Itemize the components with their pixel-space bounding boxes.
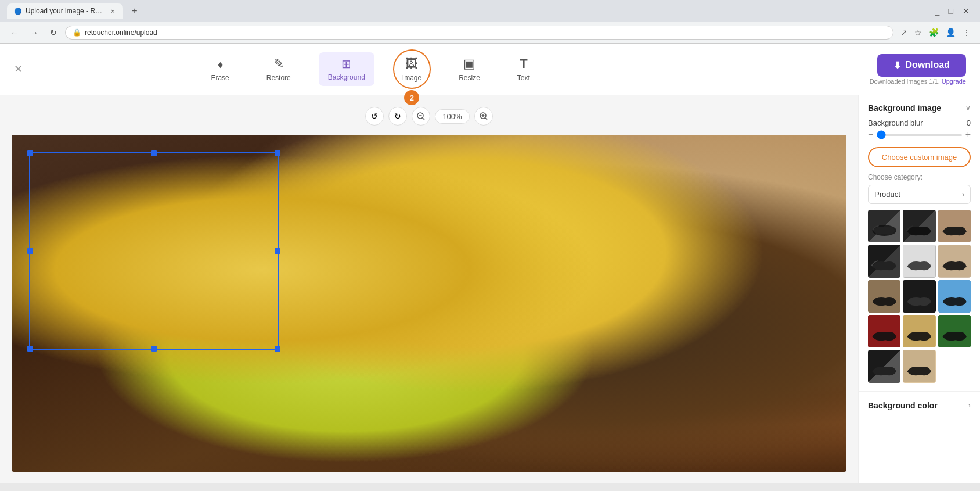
erase-label: Erase: [211, 74, 229, 82]
browser-titlebar: 🔵 Upload your image - Retoucher ✕ + ⎯ □ …: [0, 0, 980, 22]
category-arrow: ›: [962, 191, 964, 199]
handle-bm[interactable]: [151, 346, 157, 352]
background-label: Background: [328, 73, 365, 81]
star-btn[interactable]: ☆: [912, 26, 924, 40]
download-btn[interactable]: ⬇ Download: [877, 54, 966, 77]
background-image-header[interactable]: Background image ∨: [868, 103, 971, 113]
address-bar[interactable]: 🔒 retoucher.online/upload: [65, 26, 893, 40]
handle-tl[interactable]: [27, 150, 33, 156]
handle-ml[interactable]: [27, 248, 33, 254]
image-canvas: [12, 135, 846, 472]
tab-close-btn[interactable]: ✕: [109, 7, 116, 15]
back-btn[interactable]: ←: [7, 26, 22, 40]
text-tool[interactable]: T Text: [508, 52, 539, 87]
category-value: Product: [874, 190, 900, 199]
image-label: Image: [402, 74, 421, 82]
browser-tab[interactable]: 🔵 Upload your image - Retoucher ✕: [7, 3, 123, 19]
blur-plus-btn[interactable]: +: [965, 130, 971, 140]
zoom-value: 100%: [435, 109, 469, 124]
minimize-btn[interactable]: ⎯: [931, 5, 943, 17]
image-tool[interactable]: 🖼 Image: [393, 49, 431, 89]
handle-bl[interactable]: [27, 346, 33, 352]
grid-thumb-2[interactable]: [903, 210, 935, 242]
redo-btn[interactable]: ↻: [388, 107, 407, 126]
svg-rect-9: [903, 245, 935, 277]
handle-mr[interactable]: [275, 248, 280, 254]
download-label: Download: [906, 60, 950, 70]
svg-rect-8: [938, 210, 971, 242]
handle-tr[interactable]: [275, 150, 280, 156]
grid-thumb-1[interactable]: [868, 210, 900, 242]
zoom-out-btn[interactable]: [412, 107, 430, 126]
right-panel: Background image ∨ Background blur 0 − +…: [858, 95, 980, 483]
text-label: Text: [517, 74, 530, 82]
browser-actions: ↗ ☆ 🧩 👤 ⋮: [898, 26, 973, 40]
resize-tool[interactable]: ▣ Resize: [449, 52, 489, 87]
grid-thumb-7[interactable]: [868, 280, 900, 313]
handle-tm[interactable]: [151, 150, 157, 156]
app-close-btn[interactable]: ✕: [14, 63, 23, 76]
svg-line-4: [485, 118, 487, 120]
profile-btn[interactable]: 👤: [943, 26, 958, 40]
forward-btn[interactable]: →: [27, 26, 42, 40]
svg-rect-12: [903, 280, 935, 313]
background-tool[interactable]: ⊞ Background: [319, 52, 374, 86]
restore-label: Restore: [266, 74, 291, 82]
blur-slider[interactable]: [877, 134, 961, 136]
grid-thumb-5[interactable]: [903, 245, 935, 277]
background-icon: ⊞: [341, 57, 351, 71]
browser-toolbar: ← → ↻ 🔒 retoucher.online/upload ↗ ☆ 🧩 👤 …: [0, 22, 980, 43]
svg-rect-15: [903, 315, 935, 347]
image-grid: [868, 210, 971, 383]
selection-box: [29, 152, 279, 350]
maximize-btn[interactable]: □: [945, 5, 957, 17]
download-sub: Downloaded images 1/1. Upgrade: [870, 78, 966, 85]
bg-color-title: Background color: [868, 401, 938, 410]
refresh-btn[interactable]: ↻: [46, 26, 60, 40]
category-select[interactable]: Product ›: [868, 185, 971, 204]
svg-rect-16: [938, 315, 971, 347]
image-tool-wrapper: 🖼 Image 2: [393, 49, 431, 89]
handle-br[interactable]: [275, 346, 280, 352]
erase-tool[interactable]: ⬧ Erase: [201, 52, 238, 87]
zoom-in-btn[interactable]: [474, 107, 493, 126]
text-icon: T: [520, 56, 527, 71]
custom-image-wrapper: Choose custom image: [868, 140, 971, 173]
blur-row: Background blur 0: [868, 119, 971, 127]
grid-thumb-8[interactable]: [903, 280, 935, 313]
menu-btn[interactable]: ⋮: [960, 26, 973, 40]
download-section: ⬇ Download Downloaded images 1/1. Upgrad…: [870, 54, 966, 85]
custom-image-btn[interactable]: Choose custom image: [868, 147, 971, 167]
grid-thumb-9[interactable]: [938, 280, 971, 313]
upgrade-link[interactable]: Upgrade: [942, 78, 966, 85]
blur-minus-btn[interactable]: −: [868, 130, 873, 140]
blur-value: 0: [967, 119, 971, 127]
restore-tool[interactable]: ✎ Restore: [257, 52, 300, 87]
grid-thumb-6[interactable]: [938, 245, 971, 277]
svg-rect-11: [868, 280, 900, 313]
svg-rect-17: [903, 350, 935, 382]
step2-indicator: 2: [404, 90, 419, 105]
grid-thumb-13[interactable]: [868, 350, 900, 382]
new-tab-btn[interactable]: +: [128, 4, 142, 18]
grid-thumb-11[interactable]: [903, 315, 935, 347]
resize-icon: ▣: [463, 56, 475, 71]
grid-thumb-10[interactable]: [868, 315, 900, 347]
close-window-btn[interactable]: ✕: [959, 5, 973, 17]
share-btn[interactable]: ↗: [898, 26, 910, 40]
grid-thumb-14[interactable]: [903, 350, 935, 382]
erase-icon: ⬧: [217, 56, 224, 71]
canvas-main: ↺ ↻ 100%: [0, 95, 858, 483]
extensions-btn[interactable]: 🧩: [927, 26, 941, 40]
resize-label: Resize: [459, 74, 480, 82]
svg-rect-10: [938, 245, 971, 277]
svg-rect-14: [868, 315, 900, 347]
toolbar-tools: ⬧ Erase ✎ Restore ⊞ Background 🖼 Image 2: [201, 49, 539, 89]
canvas-area: ↺ ↻ 100%: [0, 95, 980, 483]
background-color-section[interactable]: Background color ›: [859, 392, 980, 420]
grid-thumb-3[interactable]: [938, 210, 971, 242]
grid-thumb-4[interactable]: [868, 245, 900, 277]
grid-thumb-12[interactable]: [938, 315, 971, 347]
download-icon: ⬇: [893, 60, 901, 71]
undo-btn[interactable]: ↺: [365, 107, 384, 126]
